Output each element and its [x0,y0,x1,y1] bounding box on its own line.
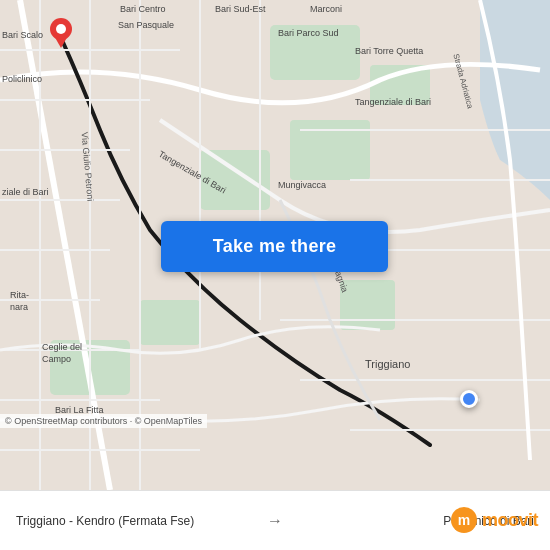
svg-text:Ceglie del: Ceglie del [42,342,82,352]
svg-text:Rita-: Rita- [10,290,29,300]
svg-text:Bari Sud-Est: Bari Sud-Est [215,4,266,14]
destination-pin [50,18,72,52]
bottom-bar: Triggiano - Kendro (Fermata Fse) → Polic… [0,490,550,550]
take-me-there-button[interactable]: Take me there [161,221,388,272]
origin-dot [460,390,478,408]
svg-marker-51 [53,34,69,48]
svg-text:Bari Torre Quetta: Bari Torre Quetta [355,46,423,56]
route-from-label: Triggiano - Kendro (Fermata Fse) [16,514,257,528]
svg-text:Marconi: Marconi [310,4,342,14]
svg-text:San Pasquale: San Pasquale [118,20,174,30]
svg-rect-6 [140,300,200,345]
map-container: Bari Centro Bari Sud-Est Marconi Bari Sc… [0,0,550,490]
svg-point-52 [56,24,66,34]
svg-text:Bari Scalo: Bari Scalo [2,30,43,40]
svg-text:Mungivacca: Mungivacca [278,180,326,190]
moovit-brand-text: moovit [482,510,538,531]
svg-text:Bari Parco Sud: Bari Parco Sud [278,28,339,38]
moovit-logo: m moovit [450,490,550,550]
svg-text:Triggiano: Triggiano [365,358,410,370]
svg-text:ziale di Bari: ziale di Bari [2,187,49,197]
svg-text:Bari Centro: Bari Centro [120,4,166,14]
svg-text:Tangenziale di Bari: Tangenziale di Bari [355,97,431,107]
map-attribution: © OpenStreetMap contributors · © OpenMap… [0,414,207,428]
svg-text:Campo: Campo [42,354,71,364]
svg-text:Policlinico: Policlinico [2,74,42,84]
route-arrow-icon: → [267,512,283,530]
svg-text:m: m [458,512,470,528]
svg-text:nara: nara [10,302,28,312]
